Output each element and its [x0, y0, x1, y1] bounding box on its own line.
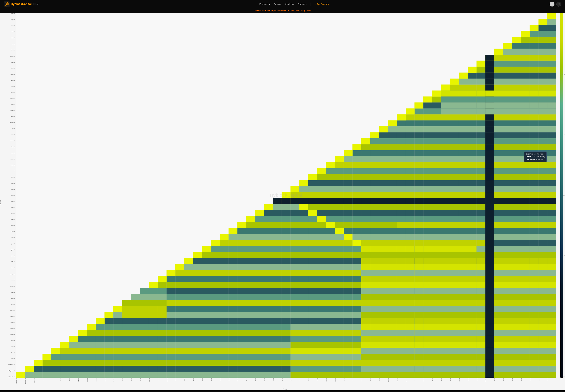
- y-label-item: spellusdt: [5, 74, 16, 75]
- y-label-item: yggusdt: [5, 19, 16, 20]
- y-label-item: bakeusdt: [5, 316, 16, 317]
- y-label-item: omusdt: [5, 134, 16, 135]
- x-label-item: strkusdt: [468, 378, 476, 381]
- x-label-item: apeusdt: [60, 378, 69, 381]
- x-label-item: 1000pepeusdt: [25, 378, 33, 384]
- x-label-item: adausdt: [43, 378, 51, 381]
- x-label-item: etcusdt: [219, 378, 228, 381]
- x-label-item: widusdt: [521, 378, 530, 381]
- navbar: HyblockCapital Beta Products ▾ Pricing A…: [0, 0, 565, 8]
- promo-banner: Limited Time Sale - up to 60% OFF for ne…: [0, 8, 565, 13]
- star-icon: ✦: [314, 3, 316, 5]
- nav-pricing[interactable]: Pricing: [274, 3, 281, 5]
- nav-features[interactable]: Features: [298, 3, 306, 5]
- x-label-item: movrusdt: [362, 378, 370, 382]
- x-label-item: bizusdt: [140, 378, 149, 381]
- y-label-item: apeusdt: [5, 346, 16, 347]
- x-label-item: omusdt: [370, 378, 379, 381]
- y-label-item: avaxusdt: [5, 322, 16, 323]
- x-label-item: fetusdt: [229, 378, 237, 380]
- y-label-item: cfxusdt: [5, 280, 16, 280]
- y-label-item: rdntusdt: [5, 104, 16, 105]
- y-label-item: strkusdt: [5, 68, 16, 69]
- x-label-item: arkmusdt: [78, 378, 87, 382]
- logo-text: HyblockCapital: [11, 2, 32, 6]
- y-label-item: compusdt: [5, 273, 16, 275]
- x-label-item: cfxusdt: [158, 378, 166, 381]
- x-label-item: bchusdt: [122, 378, 131, 381]
- x-label-item: linkusdt: [308, 378, 317, 381]
- y-label-item: fxsusdt: [5, 219, 16, 220]
- y-label-item: trxusdt: [5, 43, 16, 44]
- scale-label-item: 0.4: [563, 195, 565, 196]
- y-label-item: bchusdt: [5, 304, 16, 305]
- x-label-item: rominusdt: [423, 378, 432, 382]
- scale-label-item: 0: [563, 315, 565, 317]
- y-label-item: jmxusdt: [5, 201, 16, 202]
- nav-products[interactable]: Products ▾: [259, 3, 270, 5]
- x-label-item: jupusdt: [290, 378, 299, 381]
- x-label-item: tonusdt: [494, 378, 503, 381]
- nav-links: Products ▾ Pricing Academy Features ✦ Ap…: [259, 2, 329, 6]
- y-label-item: perpusdt: [5, 116, 16, 117]
- beta-badge: Beta: [33, 3, 39, 5]
- x-label-item: deflusdt: [184, 378, 193, 381]
- y-label-item: maticusdt: [5, 158, 16, 160]
- y-label-item: tonusdt: [5, 49, 16, 51]
- y-label-item: mantausdt: [5, 164, 16, 166]
- y-label-item: frontusdt: [5, 225, 16, 226]
- y-label-item: rominusdt: [5, 98, 16, 99]
- y-label-item: linkusdt: [5, 177, 16, 178]
- y-label-item: movrusdt: [5, 140, 16, 141]
- y-label-item: dotusdt: [5, 255, 16, 256]
- y-axis-label: Price: [0, 200, 1, 205]
- x-label-item: fxsusdt: [246, 378, 255, 381]
- y-label-item: mavusdt: [5, 153, 16, 154]
- promo-text: Limited Time Sale - up to 60% OFF for ne…: [254, 9, 311, 12]
- x-label-item: gmxusdt: [264, 378, 273, 381]
- x-label-item: maticusdt: [335, 378, 344, 382]
- x-label-item: uniusdt: [512, 378, 521, 381]
- avatar-button[interactable]: [550, 2, 554, 7]
- y-label-item: snxusdt: [5, 80, 16, 81]
- scale-label-item: 0.6: [563, 134, 565, 136]
- navbar-right: ☀: [550, 2, 561, 7]
- theme-toggle-button[interactable]: ☀: [556, 2, 561, 7]
- nav-academy[interactable]: Academy: [284, 3, 294, 5]
- nav-api-explorer[interactable]: ✦ Api Explorer: [314, 3, 329, 5]
- x-label-item: opusdt: [379, 378, 388, 380]
- x-label-item: crvusdt: [175, 378, 184, 381]
- x-label-item: glmrusdt: [255, 378, 264, 381]
- x-label-item: trxusdt: [503, 378, 512, 380]
- x-label-item: bandusdt: [113, 378, 122, 382]
- y-label-item: 1000shibusdt: [5, 364, 16, 365]
- y-label-item: widusdt: [5, 31, 16, 32]
- x-axis-label: Price: [283, 388, 287, 390]
- x-label-item: bicousdt: [131, 378, 140, 381]
- y-label-item: suiusdt: [5, 62, 16, 63]
- x-label-item: avaxusdt: [96, 378, 104, 381]
- x-label-item: atomusdt: [87, 378, 96, 382]
- x-label-item: 1000shibusdt: [34, 378, 43, 383]
- y-label-item: joeusdt: [5, 195, 16, 196]
- x-label-item: pendleusdt: [388, 378, 397, 382]
- y-label-item: etcusdt: [5, 237, 16, 238]
- x-label-item: aptusdt: [69, 378, 78, 381]
- x-label-item: yggusdt: [538, 378, 547, 381]
- x-label-item: ltcusdt: [317, 378, 326, 380]
- y-label-item: sushiusdt: [5, 56, 16, 57]
- x-label-item: snxusdt: [450, 378, 459, 381]
- x-label-item: selusdt: [441, 378, 450, 381]
- y-label-item: 1000pepeusdt: [5, 370, 16, 371]
- x-label-item: minausdt: [352, 378, 361, 381]
- y-label-item: deflusdt: [5, 261, 16, 262]
- x-label-item: xaiusdt: [530, 378, 538, 381]
- y-label-item: bizusdt: [5, 292, 16, 293]
- heatmap-container: zetausdtyggusdtxaiusdtwidusdtuniusdttrxu…: [5, 13, 565, 391]
- x-label-item: frontusdt: [237, 378, 246, 381]
- x-label-item: spellusdt: [459, 378, 468, 381]
- y-label-item: zetausdt: [5, 13, 16, 14]
- x-label-item: suiusdt: [477, 378, 485, 381]
- x-label-item: jmxusdt: [273, 378, 282, 381]
- x-label-item: portalusdt: [406, 378, 414, 382]
